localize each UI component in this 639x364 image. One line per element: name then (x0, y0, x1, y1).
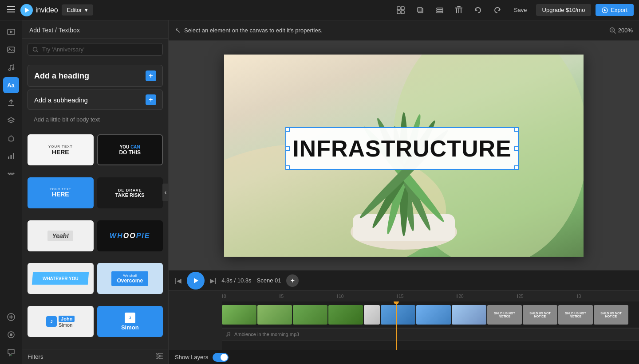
timeline-scrubber[interactable] (396, 301, 397, 350)
sidebar-item-layers[interactable] (3, 113, 19, 129)
svg-point-42 (159, 355, 161, 357)
clip-thumb-5[interactable] (364, 305, 380, 325)
svg-point-61 (229, 334, 230, 336)
add-subheading-button[interactable]: Add a subheading + (28, 90, 163, 110)
sidebar-item-stats[interactable] (3, 148, 19, 164)
template-card-10[interactable]: J Simon (97, 306, 163, 337)
editor-label: Editor (67, 7, 82, 13)
handle-mid-left[interactable] (285, 146, 290, 151)
canvas-viewport[interactable]: INFRASTRUCTURE (169, 41, 639, 270)
chat-support-button[interactable] (3, 344, 19, 360)
scene-prev-button[interactable]: |◀ (175, 277, 181, 284)
icon-sidebar-bottom (3, 309, 19, 360)
canvas-area: ↖ Select an element on the canvas to edi… (169, 20, 639, 270)
delete-button[interactable] (452, 4, 466, 16)
sidebar-item-images[interactable] (3, 42, 19, 58)
template-card-2[interactable]: YOU CAN DO THIS (97, 134, 163, 165)
clip-thumb-9[interactable]: SHLD US NOTNOTICE (487, 305, 522, 325)
handle-top-left[interactable] (285, 127, 290, 132)
handle-top-right[interactable] (514, 127, 519, 132)
upgrade-button[interactable]: Upgrade $10/mo (536, 4, 592, 16)
svg-point-36 (33, 47, 37, 51)
add-heading-button[interactable]: Add a heading + (28, 65, 163, 87)
sidebar-item-text[interactable]: Aa (3, 77, 19, 93)
grid-view-button[interactable] (393, 4, 408, 16)
handle-bottom-right[interactable] (514, 165, 519, 170)
template-card-7[interactable]: WHATEVER YOU (28, 263, 94, 294)
menu-button[interactable] (5, 4, 17, 16)
svg-rect-13 (455, 8, 462, 8)
add-element-button[interactable] (3, 309, 19, 325)
export-label: Export (611, 7, 627, 13)
clip-thumb-8[interactable] (452, 305, 486, 325)
save-button[interactable]: Save (509, 4, 532, 16)
canvas-text-content: INFRASTRUCTURE (284, 131, 521, 166)
show-layers-label: Show Layers (175, 354, 208, 360)
handle-mid-right[interactable] (514, 146, 519, 151)
clip-thumb-1[interactable] (222, 305, 256, 325)
svg-rect-24 (8, 47, 15, 52)
undo-button[interactable] (470, 4, 485, 16)
audio-track-icon (225, 331, 232, 337)
clip-thumb-2[interactable] (257, 305, 292, 325)
svg-rect-16 (458, 8, 459, 13)
clip-thumb-3[interactable] (293, 305, 327, 325)
text-styles: Add a heading + Add a subheading + Add a… (22, 60, 168, 131)
svg-marker-3 (25, 8, 29, 13)
sidebar-item-upload[interactable] (3, 95, 19, 111)
layers-button[interactable] (432, 4, 447, 16)
selected-text-box[interactable]: INFRASTRUCTURE (285, 127, 519, 170)
audio-track-label: Ambience in the morning.mp3 (234, 332, 299, 337)
play-button[interactable] (187, 272, 205, 290)
cursor-icon: ↖ (175, 26, 181, 35)
add-scene-button[interactable]: + (286, 274, 299, 287)
show-layers-toggle[interactable] (213, 353, 229, 362)
template-card-8[interactable]: We shall Overcome (97, 263, 163, 294)
template-card-4[interactable]: BE BRAVE TAKE RISKS (97, 177, 163, 208)
handle-bottom-left[interactable] (285, 165, 290, 170)
template-card-9[interactable]: J John Simon (28, 306, 94, 337)
sidebar-item-audio[interactable] (3, 166, 19, 182)
add-subheading-plus-icon[interactable]: + (146, 94, 156, 105)
panel-collapse-button[interactable]: ‹ (162, 184, 169, 201)
copy-button[interactable] (413, 4, 428, 16)
clip-thumb-10[interactable]: SHLD US NOTNOTICE (523, 305, 557, 325)
add-heading-plus-icon[interactable]: + (146, 70, 156, 81)
svg-rect-2 (7, 12, 15, 12)
add-body-button[interactable]: Add a little bit of body text (28, 113, 163, 126)
template-card-3[interactable]: YOUR TEXT HERE (28, 177, 94, 208)
sidebar-item-media[interactable] (3, 24, 19, 40)
svg-point-34 (10, 333, 12, 336)
timeline-controls: |◀ ▶| 4.3s / 10.3s Scene 01 + (169, 270, 639, 291)
redo-button[interactable] (490, 4, 505, 16)
editor-dropdown[interactable]: Editor ▾ (62, 4, 93, 16)
clip-thumb-4[interactable] (328, 305, 363, 325)
scene-next-button[interactable]: ▶| (210, 277, 217, 284)
clip-thumb-11[interactable]: SHLD US NOTNOTICE (558, 305, 593, 325)
video-track-row: SHLD US NOTNOTICE SHLD US NOTNOTICE SHLD… (222, 301, 639, 328)
search-input[interactable] (42, 46, 158, 53)
clip-thumb-12[interactable]: SHLD US NOTNOTICE (594, 305, 628, 325)
brand-button[interactable] (3, 327, 19, 343)
clip-strip: SHLD US NOTNOTICE SHLD US NOTNOTICE SHLD… (222, 303, 628, 326)
logo: invideo (20, 4, 58, 16)
template-card-6[interactable]: WHOOPIE (97, 220, 163, 251)
chevron-down-icon: ▾ (85, 7, 88, 13)
audio-track-row: Ambience in the morning.mp3 (222, 328, 639, 341)
export-button[interactable]: Export (596, 4, 634, 16)
clip-thumb-6[interactable] (381, 305, 415, 325)
svg-rect-6 (397, 11, 400, 14)
template-card-5[interactable]: Yeah! (28, 220, 94, 251)
svg-marker-21 (604, 9, 606, 12)
clip-thumb-7[interactable] (416, 305, 451, 325)
sidebar-item-reactions[interactable] (3, 130, 19, 146)
filter-options-button[interactable] (156, 353, 163, 360)
svg-marker-23 (10, 31, 13, 33)
template-card-1[interactable]: YOUR TEXT HERE (28, 134, 94, 165)
svg-point-41 (157, 353, 158, 355)
sidebar-item-music[interactable] (3, 59, 19, 75)
zoom-indicator: 200% (609, 27, 633, 34)
toggle-knob (221, 354, 228, 361)
logo-text: invideo (36, 6, 58, 14)
bottom-bar: Show Layers (169, 350, 639, 364)
